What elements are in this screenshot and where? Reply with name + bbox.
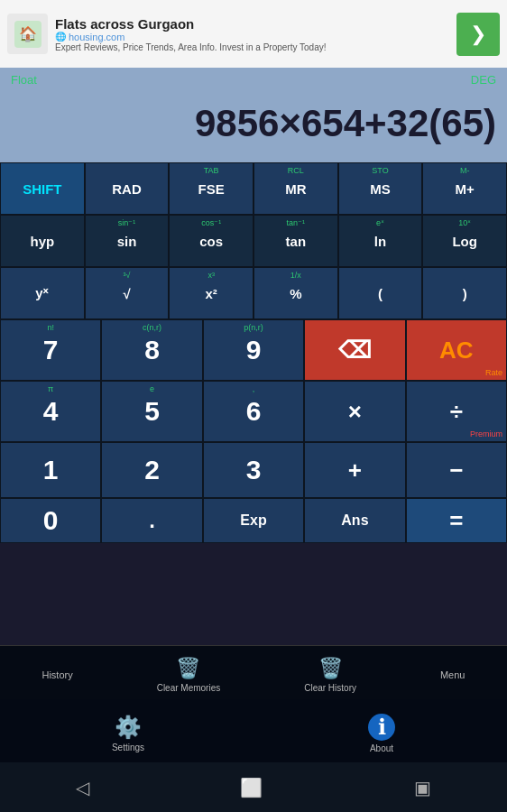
cos-button[interactable]: cos⁻¹ cos [169,215,254,267]
sin-button[interactable]: sin⁻¹ sin [85,215,170,267]
clear-history-item[interactable]: 🗑️ Clear History [304,657,356,693]
calc-body: SHIFT RAD TAB FSE RCL MR STO MS M- M+ hy… [0,162,507,543]
home-button[interactable]: ⬜ [240,777,263,798]
mr-button[interactable]: RCL MR [254,162,338,215]
backspace-button[interactable]: ⌫ [304,319,405,381]
mode-row: Float DEG [11,73,496,87]
sqrt-button[interactable]: ³√ √ [85,267,170,319]
about-info-icon: ℹ [368,714,395,741]
btn-7[interactable]: n! 7 [0,319,101,381]
about-item[interactable]: ℹ About [368,714,395,753]
deg-label: DEG [471,73,496,87]
back-button[interactable]: ◁ [76,777,89,798]
btn-row-0: SHIFT RAD TAB FSE RCL MR STO MS M- M+ [0,162,507,215]
full-toolbar: History 🗑️ Clear Memories 🗑️ Clear Histo… [0,645,507,762]
plus-button[interactable]: + [304,442,405,498]
tan-button[interactable]: tan⁻¹ tan [254,215,338,267]
btn-1[interactable]: 1 [0,442,101,498]
btn-dot[interactable]: . [101,498,202,543]
history-item[interactable]: History [41,669,72,680]
recent-button[interactable]: ▣ [414,777,431,798]
settings-text: Settings [112,743,144,752]
ad-icon: 🏠 [7,14,48,54]
svg-text:🏠: 🏠 [19,25,37,42]
btn-5[interactable]: e 5 [101,381,202,442]
rad-button[interactable]: RAD [85,162,170,215]
yx-button[interactable]: yˣ [0,267,85,319]
openparen-button[interactable]: ( [338,267,423,319]
ad-source: 🌐 housing.com [55,32,456,42]
ac-button[interactable]: AC Rate [406,319,507,381]
percent-button[interactable]: 1/x % [254,267,338,319]
fse-button[interactable]: TAB FSE [169,162,254,215]
btn-row-6: 0 . Exp Ans = [0,498,507,543]
btn-9[interactable]: p(n,r) 9 [203,319,304,381]
ms-button[interactable]: STO MS [338,162,423,215]
divide-button[interactable]: ÷ Premium [406,381,507,442]
ln-button[interactable]: eˣ ln [338,215,423,267]
clear-history-text: Clear History [304,683,356,693]
ad-banner: 🏠 Flats across Gurgaon 🌐 housing.com Exp… [0,0,507,68]
history-text: History [41,669,72,680]
about-text: About [370,743,393,753]
nav-bar: ◁ ⬜ ▣ [0,762,507,812]
toolbar-top-row: History 🗑️ Clear Memories 🗑️ Clear Histo… [0,645,507,704]
clear-memories-item[interactable]: 🗑️ Clear Memories [157,657,221,693]
btn-3[interactable]: 3 [203,442,304,498]
btn-2[interactable]: 2 [101,442,202,498]
float-label: Float [11,73,37,87]
clear-history-trash-icon: 🗑️ [318,657,343,680]
btn-row-4: π 4 e 5 , 6 × ÷ Premium [0,381,507,442]
ad-arrow-button[interactable]: ❯ [456,13,500,56]
btn-4[interactable]: π 4 [0,381,101,442]
calc-display: 9856×654+32(65) [11,90,496,157]
btn-0[interactable]: 0 [0,498,101,543]
ad-text: Flats across Gurgaon 🌐 housing.com Exper… [55,16,456,52]
btn-row-3: n! 7 c(n,r) 8 p(n,r) 9 ⌫ AC Rate [0,319,507,381]
x2-button[interactable]: x³ x² [169,267,254,319]
minus-button[interactable]: − [406,442,507,498]
btn-6[interactable]: , 6 [203,381,304,442]
btn-row-2: yˣ ³√ √ x³ x² 1/x % ( ) [0,267,507,319]
clear-memories-text: Clear Memories [157,683,221,693]
equals-button[interactable]: = [406,498,507,543]
menu-text: Menu [440,669,466,680]
shift-button[interactable]: SHIFT [0,162,85,215]
btn-8[interactable]: c(n,r) 8 [101,319,202,381]
clear-memories-trash-icon: 🗑️ [176,657,200,680]
menu-item[interactable]: Menu [440,669,466,680]
log-button[interactable]: 10ˣ Log [422,215,507,267]
exp-button[interactable]: Exp [203,498,304,543]
btn-row-1: hyp sin⁻¹ sin cos⁻¹ cos tan⁻¹ tan eˣ ln … [0,215,507,267]
ad-desc: Expert Reviews, Price Trends, Area Info.… [55,42,456,52]
ad-title: Flats across Gurgaon [55,16,456,32]
display-area: Float DEG 9856×654+32(65) [0,68,507,162]
mplus-button[interactable]: M- M+ [422,162,507,215]
toolbar-bottom-row: ⚙️ Settings ℹ About [0,704,507,762]
ans-button[interactable]: Ans [304,498,405,543]
multiply-button[interactable]: × [304,381,405,442]
settings-gear-icon: ⚙️ [115,715,142,740]
btn-row-5: 1 2 3 + − [0,442,507,498]
closeparen-button[interactable]: ) [422,267,507,319]
hyp-button[interactable]: hyp [0,215,85,267]
settings-item[interactable]: ⚙️ Settings [112,715,144,752]
